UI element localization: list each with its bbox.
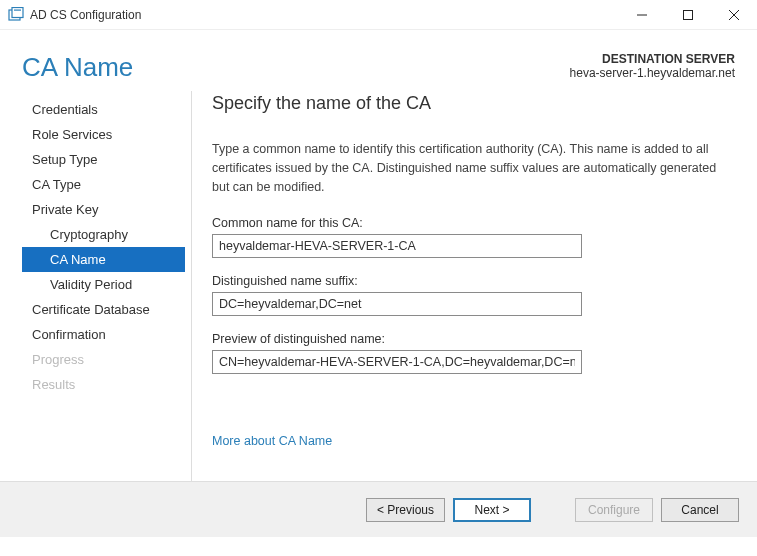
svg-rect-1 (12, 7, 23, 17)
cancel-button[interactable]: Cancel (661, 498, 739, 522)
svg-rect-4 (684, 10, 693, 19)
page-title: CA Name (22, 52, 133, 83)
svg-rect-2 (14, 9, 21, 10)
destination-server: heva-server-1.heyvaldemar.net (570, 66, 735, 80)
sidebar-step-validity-period[interactable]: Validity Period (22, 272, 185, 297)
configure-button[interactable]: Configure (575, 498, 653, 522)
more-about-link[interactable]: More about CA Name (212, 434, 332, 448)
field-dn-preview: Preview of distinguished name: (212, 332, 723, 374)
sidebar-step-ca-type[interactable]: CA Type (22, 172, 185, 197)
dn-preview-label: Preview of distinguished name: (212, 332, 723, 346)
minimize-button[interactable] (619, 0, 665, 30)
field-dn-suffix: Distinguished name suffix: (212, 274, 723, 316)
field-common-name: Common name for this CA: (212, 216, 723, 258)
title-bar: AD CS Configuration (0, 0, 757, 30)
common-name-label: Common name for this CA: (212, 216, 723, 230)
next-button[interactable]: Next > (453, 498, 531, 522)
header: CA Name DESTINATION SERVER heva-server-1… (0, 30, 757, 91)
wizard-main: Specify the name of the CA Type a common… (192, 91, 735, 481)
maximize-button[interactable] (665, 0, 711, 30)
wizard-sidebar: CredentialsRole ServicesSetup TypeCA Typ… (22, 91, 192, 481)
wizard-body: CredentialsRole ServicesSetup TypeCA Typ… (0, 91, 757, 481)
sidebar-step-role-services[interactable]: Role Services (22, 122, 185, 147)
common-name-input[interactable] (212, 234, 582, 258)
destination-label: DESTINATION SERVER (570, 52, 735, 66)
previous-button[interactable]: < Previous (366, 498, 445, 522)
close-button[interactable] (711, 0, 757, 30)
wizard-footer: < Previous Next > Configure Cancel (0, 481, 757, 537)
app-icon (8, 7, 24, 23)
dn-suffix-input[interactable] (212, 292, 582, 316)
sidebar-step-setup-type[interactable]: Setup Type (22, 147, 185, 172)
sidebar-step-results: Results (22, 372, 185, 397)
sidebar-step-confirmation[interactable]: Confirmation (22, 322, 185, 347)
sidebar-step-private-key[interactable]: Private Key (22, 197, 185, 222)
sidebar-step-ca-name[interactable]: CA Name (22, 247, 185, 272)
window-title: AD CS Configuration (30, 8, 141, 22)
sidebar-step-cryptography[interactable]: Cryptography (22, 222, 185, 247)
main-heading: Specify the name of the CA (212, 93, 723, 114)
main-description: Type a common name to identify this cert… (212, 140, 723, 196)
sidebar-step-credentials[interactable]: Credentials (22, 97, 185, 122)
dn-suffix-label: Distinguished name suffix: (212, 274, 723, 288)
dn-preview-input[interactable] (212, 350, 582, 374)
sidebar-step-certificate-database[interactable]: Certificate Database (22, 297, 185, 322)
sidebar-step-progress: Progress (22, 347, 185, 372)
destination-block: DESTINATION SERVER heva-server-1.heyvald… (570, 52, 735, 80)
